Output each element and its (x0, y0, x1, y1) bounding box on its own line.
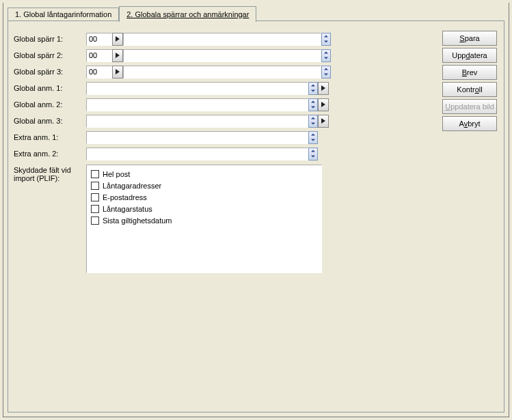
sidebar-buttons: Spara Uppdatera Brev Kontroll Uppdatera … (442, 31, 498, 133)
row-extra-anm-2: Extra anm. 2: (14, 145, 407, 162)
checkbox-label: Låntagaradresser (103, 182, 161, 190)
list-item[interactable]: Låntagarstatus (91, 203, 317, 214)
content-area: Global spärr 1: Global spärr 2: Global s… (14, 31, 407, 273)
cancel-button[interactable]: Avbryt (442, 116, 497, 131)
spin-button[interactable] (321, 66, 331, 79)
global-sparr-2-code[interactable] (86, 49, 112, 62)
checkbox-icon[interactable] (91, 205, 99, 213)
lookup-button[interactable] (112, 33, 123, 46)
extra-anm-2[interactable] (86, 148, 308, 160)
list-item[interactable]: Hel post (91, 168, 317, 180)
update-image-button: Uppdatera bild (442, 99, 497, 114)
list-item[interactable]: E-postadress (91, 191, 317, 203)
tab-global-blocks[interactable]: 2. Globala spärrar och anmärkningar (119, 6, 256, 22)
tab-bar: 1. Global låntagarinformation 2. Globala… (8, 5, 256, 21)
global-sparr-3-desc[interactable] (123, 66, 321, 79)
field-label: Extra anm. 1: (14, 133, 86, 141)
list-item[interactable]: Låntagaradresser (91, 180, 317, 191)
global-anm-1[interactable] (86, 82, 308, 95)
update-button[interactable]: Uppdatera (442, 48, 497, 63)
spin-button[interactable] (321, 33, 331, 46)
btn-text: para (465, 34, 480, 42)
checkbox-icon[interactable] (91, 216, 99, 225)
checkbox-label: Låntagarstatus (103, 205, 152, 213)
btn-text: rev (467, 68, 477, 76)
row-global-anm-3: Global anm. 3: (14, 113, 407, 129)
field-label: Global anm. 1: (14, 84, 86, 92)
btn-text: ll (479, 85, 483, 94)
global-sparr-1-desc[interactable] (123, 33, 321, 46)
spin-button[interactable] (308, 115, 318, 128)
row-global-sparr-1: Global spärr 1: (14, 31, 407, 47)
extra-anm-1[interactable] (86, 131, 308, 144)
btn-text: ppdatera bild (450, 102, 494, 111)
protected-fields-box: Hel post Låntagaradresser E-postadress L… (86, 165, 322, 273)
checkbox-label: E-postadress (103, 193, 147, 201)
lookup-button[interactable] (112, 66, 123, 79)
global-sparr-2-desc[interactable] (123, 49, 321, 62)
tab-label: 1. Global låntagarinformation (15, 10, 111, 18)
spin-button[interactable] (308, 131, 318, 144)
field-label: Extra anm. 2: (14, 150, 86, 158)
global-anm-3[interactable] (86, 115, 308, 128)
lookup-button[interactable] (318, 115, 329, 128)
checkbox-label: Hel post (103, 170, 130, 178)
field-label: Global spärr 2: (14, 51, 86, 59)
field-label: Global anm. 3: (14, 117, 86, 125)
row-global-anm-2: Global anm. 2: (14, 96, 407, 113)
letter-button[interactable]: Brev (442, 65, 497, 80)
btn-mnemonic: B (462, 68, 467, 76)
lookup-button[interactable] (318, 98, 329, 111)
btn-text: atera (470, 51, 487, 59)
tab-label: 2. Globala spärrar och anmärkningar (126, 10, 249, 18)
btn-text: Kontr (457, 85, 474, 94)
row-global-sparr-2: Global spärr 2: (14, 47, 407, 64)
row-global-sparr-3: Global spärr 3: (14, 64, 407, 80)
list-item[interactable]: Sista giltighetsdatum (91, 214, 317, 226)
lookup-button[interactable] (112, 49, 123, 62)
dialog-window: 1. Global låntagarinformation 2. Globala… (3, 3, 509, 417)
row-global-anm-1: Global anm. 1: (14, 80, 407, 96)
control-button[interactable]: Kontroll (442, 82, 497, 97)
tab-borrower-info[interactable]: 1. Global låntagarinformation (8, 8, 119, 21)
spin-button[interactable] (308, 82, 318, 95)
field-label: Global anm. 2: (14, 100, 86, 109)
btn-mnemonic: S (459, 34, 464, 42)
tab-page: Global spärr 1: Global spärr 2: Global s… (8, 20, 504, 412)
btn-mnemonic: U (445, 102, 450, 111)
save-button[interactable]: Spara (442, 31, 497, 46)
checkbox-icon[interactable] (91, 170, 99, 178)
global-sparr-1-code[interactable] (86, 33, 112, 46)
checkbox-icon[interactable] (91, 182, 99, 190)
row-extra-anm-1: Extra anm. 1: (14, 129, 407, 145)
lookup-button[interactable] (318, 82, 329, 95)
btn-text: bryt (468, 120, 480, 128)
checkbox-label: Sista giltighetsdatum (103, 216, 172, 225)
global-anm-2[interactable] (86, 98, 308, 111)
btn-text: Upp (452, 51, 466, 59)
spin-button[interactable] (321, 49, 331, 62)
spin-button[interactable] (308, 98, 318, 111)
global-sparr-3-code[interactable] (86, 66, 112, 79)
btn-text: A (459, 120, 464, 128)
row-protected-fields: Skyddade fält vid import (PLIF): Hel pos… (14, 165, 407, 273)
checkbox-icon[interactable] (91, 193, 99, 201)
spin-button[interactable] (308, 148, 318, 160)
field-label: Global spärr 3: (14, 68, 86, 76)
field-label: Global spärr 1: (14, 35, 86, 43)
field-label: Skyddade fält vid import (PLIF): (14, 165, 86, 182)
